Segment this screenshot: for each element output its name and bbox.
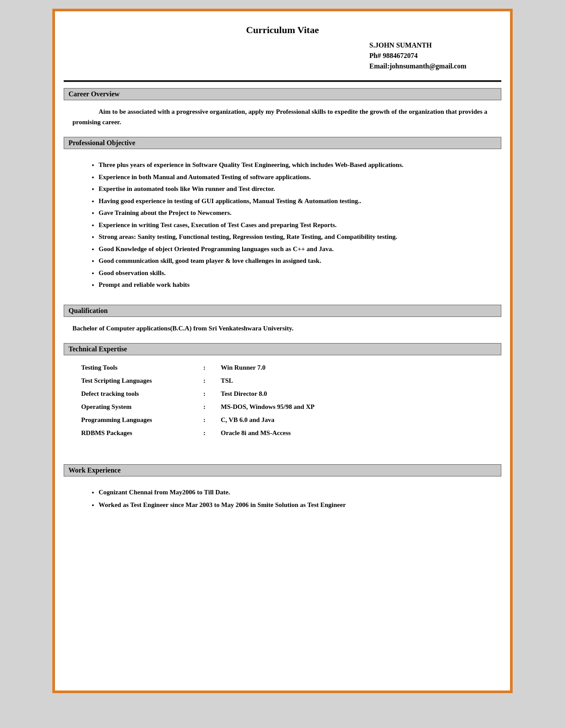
tech-row-scripting: Test Scripting Languages : TSL — [81, 375, 484, 386]
tech-row-programming: Programming Languages : C, VB 6.0 and Ja… — [81, 415, 484, 425]
list-item: Experience in writing Test cases, Execut… — [99, 220, 493, 231]
work-experience-header: Work Experience — [64, 464, 501, 476]
tech-label: Programming Languages — [81, 415, 203, 425]
list-item: Gave Training about the Project to Newco… — [99, 208, 493, 219]
tech-value: C, VB 6.0 and Java — [221, 415, 484, 425]
tech-value: MS-DOS, Windows 95/98 and XP — [221, 401, 484, 412]
career-overview-header: Career Overview — [64, 88, 501, 100]
qualification-text: Bachelor of Computer applications(B.C.A)… — [55, 320, 510, 337]
list-item: Experience in both Manual and Automated … — [99, 172, 493, 183]
tech-row-os: Operating System : MS-DOS, Windows 95/98… — [81, 401, 484, 412]
tech-label: RDBMS Packages — [81, 428, 203, 438]
tech-row-defect-tracking: Defect tracking tools : Test Director 8.… — [81, 388, 484, 399]
list-item: Expertise in automated tools like Win ru… — [99, 184, 493, 195]
tech-colon: : — [203, 375, 221, 386]
professional-objective-list: Three plus years of experience in Softwa… — [72, 160, 493, 291]
resume-page: Curriculum Vitae S.JOHN SUMANTH Ph# 9884… — [52, 9, 513, 693]
header-contact: S.JOHN SUMANTH Ph# 9884672074 Email:john… — [370, 40, 466, 71]
list-item: Good communication skill, good team play… — [99, 255, 493, 267]
career-overview-label: Career Overview — [68, 90, 120, 98]
tech-label: Defect tracking tools — [81, 388, 203, 399]
list-item: Three plus years of experience in Softwa… — [99, 160, 493, 171]
contact-name: S.JOHN SUMANTH — [370, 40, 466, 51]
tech-value: Win Runner 7.0 — [221, 362, 484, 373]
tech-label: Operating System — [81, 401, 203, 412]
technical-expertise-table: Testing Tools : Win Runner 7.0 Test Scri… — [55, 358, 510, 445]
work-experience-content: Cognizant Chennai from May2006 to Till D… — [55, 479, 510, 519]
tech-value: Oracle 8i and MS-Access — [221, 428, 484, 438]
tech-colon: : — [203, 388, 221, 399]
contact-phone: Ph# 9884672074 — [370, 51, 466, 61]
qualification-label: Qualification — [68, 307, 108, 314]
tech-colon: : — [203, 428, 221, 438]
tech-colon: : — [203, 362, 221, 373]
technical-expertise-label: Technical Expertise — [68, 345, 127, 353]
header-divider — [64, 80, 501, 82]
tech-colon: : — [203, 415, 221, 425]
qualification-header: Qualification — [64, 305, 501, 317]
aim-text: Aim to be associated with a progressive … — [72, 106, 493, 127]
list-item: Having good experience in testing of GUI… — [99, 196, 493, 207]
tech-label: Testing Tools — [81, 362, 203, 373]
list-item: Prompt and reliable work habits — [99, 279, 493, 291]
tech-label: Test Scripting Languages — [81, 375, 203, 386]
work-experience-label: Work Experience — [68, 466, 121, 474]
tech-row-rdbms: RDBMS Packages : Oracle 8i and MS-Access — [81, 428, 484, 438]
contact-email: Email:johnsumanth@gmail.com — [370, 61, 466, 71]
professional-objective-label: Professional Objective — [68, 139, 135, 146]
curriculum-vitae-title: Curriculum Vitae — [246, 24, 319, 36]
work-experience-list: Cognizant Chennai from May2006 to Till D… — [72, 487, 493, 511]
list-item: Good Knowledge of object Oriented Progra… — [99, 244, 493, 255]
list-item: Strong areas: Sanity testing, Functional… — [99, 231, 493, 243]
tech-value: Test Director 8.0 — [221, 388, 484, 399]
technical-expertise-header: Technical Expertise — [64, 343, 501, 355]
list-item: Worked as Test Engineer since Mar 2003 t… — [99, 500, 493, 511]
career-overview-content: Aim to be associated with a progressive … — [55, 103, 510, 131]
tech-value: TSL — [221, 375, 484, 386]
tech-row-testing-tools: Testing Tools : Win Runner 7.0 — [81, 362, 484, 373]
professional-objective-content: Three plus years of experience in Softwa… — [55, 152, 510, 299]
header-section: Curriculum Vitae S.JOHN SUMANTH Ph# 9884… — [55, 11, 510, 76]
list-item: Cognizant Chennai from May2006 to Till D… — [99, 487, 493, 498]
list-item: Good observation skills. — [99, 268, 493, 279]
tech-colon: : — [203, 401, 221, 412]
professional-objective-header: Professional Objective — [64, 137, 501, 149]
